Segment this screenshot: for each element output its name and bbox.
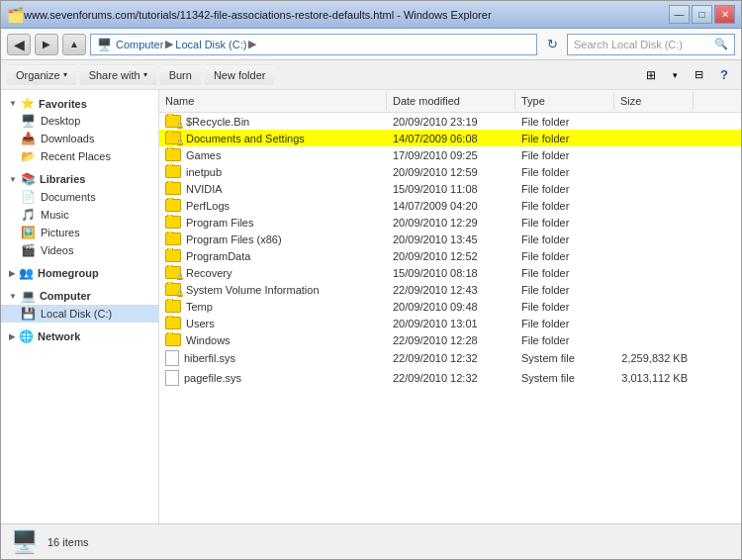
address-path[interactable]: 🖥️ Computer ▶ Local Disk (C:) ▶	[90, 34, 537, 55]
file-type: File folder	[515, 266, 614, 280]
file-name: Games	[159, 147, 387, 162]
refresh-button[interactable]: ↻	[541, 34, 563, 55]
table-row[interactable]: Program Files (x86) 20/09/2010 13:45 Fil…	[159, 231, 741, 247]
pane-button[interactable]: ⊟	[688, 64, 709, 86]
file-name: 🔒 Documents and Settings	[159, 131, 387, 145]
path-computer[interactable]: Computer	[116, 39, 163, 50]
statusbar-count: 16 items	[47, 536, 89, 548]
path-icon: 🖥️	[97, 38, 112, 51]
sidebar-item-documents[interactable]: 📄 Documents	[1, 188, 158, 206]
table-row[interactable]: NVIDIA 15/09/2010 11:08 File folder	[159, 180, 741, 197]
back-button[interactable]: ◀	[7, 34, 31, 55]
forward-button[interactable]: ▶	[35, 34, 58, 55]
file-name: Users	[159, 316, 387, 330]
minimize-button[interactable]: —	[669, 5, 690, 24]
sidebar-item-recent-places[interactable]: 📂 Recent Places	[1, 147, 158, 165]
computer-icon: 💻	[21, 289, 36, 303]
file-size	[614, 306, 694, 308]
file-size	[614, 138, 694, 140]
file-name: Temp	[159, 299, 387, 314]
file-date: 15/09/2010 11:08	[387, 182, 515, 196]
table-row[interactable]: 🔒 Documents and Settings 14/07/2009 06:0…	[159, 130, 741, 146]
folder-icon	[165, 165, 181, 178]
file-name: PerfLogs	[159, 198, 387, 213]
sidebar-item-music[interactable]: 🎵 Music	[1, 206, 158, 224]
file-date: 20/09/2010 12:59	[387, 165, 515, 179]
table-row[interactable]: PerfLogs 14/07/2009 04:20 File folder	[159, 197, 741, 214]
file-type: File folder	[515, 165, 614, 179]
table-row[interactable]: 🔒 System Volume Information 22/09/2010 1…	[159, 281, 741, 298]
file-name: pagefile.sys	[159, 369, 387, 387]
table-row[interactable]: inetpub 20/09/2010 12:59 File folder	[159, 163, 741, 180]
table-row[interactable]: hiberfil.sys 22/09/2010 12:32 System fil…	[159, 348, 741, 368]
favorites-header[interactable]: ▼ ⭐ Favorites	[1, 94, 158, 112]
search-box[interactable]: Search Local Disk (C:) 🔍	[567, 34, 735, 55]
col-header-name[interactable]: Name	[159, 92, 387, 110]
statusbar-icon: 🖥️	[11, 529, 38, 555]
up-button[interactable]: ▲	[62, 34, 86, 55]
table-row[interactable]: 🔒 Recovery 15/09/2010 08:18 File folder	[159, 264, 741, 281]
file-date: 20/09/2010 09:48	[387, 300, 515, 314]
titlebar-icon: 🗂️	[7, 7, 24, 23]
folder-lock-icon: 🔒	[165, 266, 181, 279]
path-local-disk[interactable]: Local Disk (C:)	[175, 39, 246, 50]
table-row[interactable]: Program Files 20/09/2010 12:29 File fold…	[159, 214, 741, 231]
network-expand-icon: ▶	[9, 332, 15, 341]
table-row[interactable]: 🔒 $Recycle.Bin 20/09/2010 23:19 File fol…	[159, 113, 741, 130]
titlebar-title: www.sevenforums.com/tutorials/11342-file…	[24, 9, 669, 21]
file-content: Name Date modified Type Size 🔒 $Recycle.…	[159, 90, 741, 523]
search-icon[interactable]: 🔍	[714, 38, 728, 50]
maximize-button[interactable]: □	[692, 5, 712, 24]
view-chevron[interactable]: ▾	[666, 64, 684, 86]
toolbar: Organize ▾ Share with ▾ Burn New folder …	[1, 60, 741, 90]
share-with-button[interactable]: Share with ▾	[80, 64, 156, 86]
col-header-type[interactable]: Type	[515, 92, 614, 110]
network-header[interactable]: ▶ 🌐 Network	[1, 327, 158, 345]
table-row[interactable]: Users 20/09/2010 13:01 File folder	[159, 315, 741, 331]
sidebar-item-pictures[interactable]: 🖼️ Pictures	[1, 224, 158, 241]
col-header-date[interactable]: Date modified	[387, 92, 515, 110]
table-row[interactable]: Windows 22/09/2010 12:28 File folder	[159, 331, 741, 348]
file-size: 3,013,112 KB	[614, 371, 694, 385]
organize-button[interactable]: Organize ▾	[7, 64, 76, 86]
burn-button[interactable]: Burn	[160, 64, 201, 86]
pictures-icon: 🖼️	[21, 226, 36, 239]
folder-icon	[165, 199, 181, 212]
view-button[interactable]: ⊞	[640, 64, 662, 86]
network-icon: 🌐	[19, 329, 34, 343]
computer-header[interactable]: ▼ 💻 Computer	[1, 286, 158, 305]
sidebar-item-downloads[interactable]: 📥 Downloads	[1, 130, 158, 147]
share-with-label: Share with	[89, 69, 140, 81]
videos-label: Videos	[41, 244, 73, 256]
sidebar-item-local-disk[interactable]: 💾 Local Disk (C:)	[1, 305, 158, 323]
table-row[interactable]: ProgramData 20/09/2010 12:52 File folder	[159, 247, 741, 264]
new-folder-button[interactable]: New folder	[205, 64, 275, 86]
folder-icon	[165, 333, 181, 346]
file-size	[614, 205, 694, 207]
search-placeholder: Search Local Disk (C:)	[574, 39, 683, 50]
local-disk-icon: 💾	[21, 307, 36, 321]
main-area: ▼ ⭐ Favorites 🖥️ Desktop 📥 Downloads 📂 R…	[1, 90, 741, 523]
file-date: 14/07/2009 04:20	[387, 199, 515, 213]
table-row[interactable]: Temp 20/09/2010 09:48 File folder	[159, 298, 741, 315]
desktop-label: Desktop	[41, 115, 80, 127]
table-row[interactable]: Games 17/09/2010 09:25 File folder	[159, 146, 741, 163]
file-size	[614, 188, 694, 190]
table-row[interactable]: pagefile.sys 22/09/2010 12:32 System fil…	[159, 368, 741, 388]
sidebar-item-desktop[interactable]: 🖥️ Desktop	[1, 112, 158, 130]
file-date: 20/09/2010 23:19	[387, 115, 515, 129]
computer-section: ▼ 💻 Computer 💾 Local Disk (C:)	[1, 286, 158, 323]
file-name: hiberfil.sys	[159, 349, 387, 367]
close-button[interactable]: ✕	[714, 5, 735, 24]
documents-icon: 📄	[21, 190, 36, 204]
file-date: 20/09/2010 12:52	[387, 249, 515, 263]
homegroup-header[interactable]: ▶ 👥 Homegroup	[1, 263, 158, 282]
libraries-header[interactable]: ▼ 📚 Libraries	[1, 169, 158, 188]
col-header-size[interactable]: Size	[614, 92, 694, 110]
addressbar: ◀ ▶ ▲ 🖥️ Computer ▶ Local Disk (C:) ▶ ↻ …	[1, 29, 741, 60]
help-button[interactable]: ?	[713, 64, 735, 86]
file-date: 15/09/2010 08:18	[387, 266, 515, 280]
sidebar-item-videos[interactable]: 🎬 Videos	[1, 241, 158, 259]
favorites-expand-icon: ▼	[9, 99, 17, 108]
folder-icon	[165, 300, 181, 313]
